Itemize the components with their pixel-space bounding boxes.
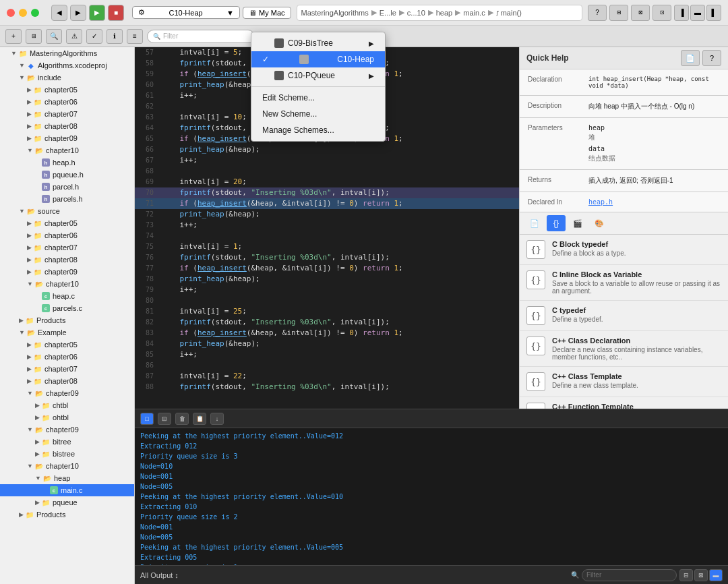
sidebar-item-pqueueh[interactable]: ▶ h pqueue.h [0,169,134,181]
snippet-ctypedef[interactable]: {} C typedef Define a typedef. [520,301,728,331]
bc-folder1[interactable]: E...le [380,9,396,17]
sidebar-item-ch10-2[interactable]: ▼ 📂 chapter10 [0,278,134,290]
panel-left-button[interactable]: ▐ [674,5,689,21]
parameters-row: Parameters heap 堆 data 结点数据 [520,122,728,165]
bc-folder3[interactable]: heap [436,9,452,17]
target-selector[interactable]: 🖥 My Mac [243,7,291,19]
sidebar-item-ch08-3[interactable]: ▶ 📁 chapter08 [0,375,134,387]
snippet-cpp-class-decl[interactable]: {} C++ Class Declaration Declare a new c… [520,331,728,367]
dd-item-c10heap[interactable]: ✓ C10-Heap [251,51,385,67]
run-button[interactable]: ▶ [89,5,105,21]
stop-button[interactable]: ■ [108,5,124,21]
term-active-btn[interactable]: ▬ [709,569,723,581]
sidebar-item-ch06-1[interactable]: ▶ 📁 chapter06 [0,96,134,108]
sidebar-item-ch10-1[interactable]: ▼ 📂 chapter10 [0,144,134,156]
sidebar-item-ch08-1[interactable]: ▶ 📁 chapter08 [0,120,134,132]
sidebar-item-parcelsh[interactable]: ▶ h parcels.h [0,193,134,205]
snippet-tab-media[interactable]: 🎬 [568,215,587,231]
sidebar-item-chtbl[interactable]: ▶ 📁 chtbl [0,399,134,411]
term-jump-button[interactable]: ↓ [210,413,224,425]
bc-project[interactable]: MasteringAlgorithms [301,9,369,17]
term-multi-btn[interactable]: ⊠ [694,569,708,581]
sidebar-item-bistree1[interactable]: ▶ 📁 bitree [0,436,134,448]
dd-new-scheme[interactable]: New Scheme... [251,106,385,122]
sidebar-item-ohtbl[interactable]: ▶ 📁 ohtbl [0,411,134,424]
panel-right-button[interactable]: ▌ [706,5,721,21]
check-button[interactable]: ✓ [86,29,102,44]
dd-item-c10pqueue[interactable]: C10-PQueue ▶ [251,67,385,84]
sidebar-item-parcelsc[interactable]: ▶ c parcels.c [0,302,134,314]
dd-item-c09[interactable]: C09-BisTree ▶ [251,35,385,51]
scheme-selector[interactable]: ⚙ C10-Heap ▼ [132,6,240,19]
sidebar-item-parcelh[interactable]: ▶ h parcel.h [0,181,134,193]
sidebar-item-ch07-2[interactable]: ▶ 📁 chapter07 [0,241,134,254]
sidebar-item-heap-folder[interactable]: ▼ 📂 heap [0,472,134,484]
bc-file[interactable]: main.c [463,9,485,17]
sidebar-item-ch08-2[interactable]: ▶ 📁 chapter08 [0,254,134,266]
sidebar-item-masteringalgorithms[interactable]: ▼ 📁 MasteringAlgorithms [0,47,134,59]
sidebar-item-ch05-3[interactable]: ▶ 📁 chapter05 [0,339,134,351]
search-button[interactable]: 🔍 [46,29,62,44]
maximize-button[interactable] [31,9,39,17]
grid-button[interactable]: ⊞ [26,29,42,44]
snippet-tab-color[interactable]: 🎨 [590,215,609,231]
sidebar-label: chapter10 [46,462,79,470]
bc-folder2[interactable]: c...10 [407,9,425,17]
sidebar-item-ch09-1[interactable]: ▶ 📁 chapter09 [0,132,134,144]
warning-button[interactable]: ⚠ [66,29,82,44]
layout-btn3[interactable]: ⊡ [653,5,671,21]
term-clear-button[interactable]: □ [140,413,154,425]
snippet-tab-code[interactable]: {} [547,215,566,231]
sidebar-item-xcodeproj[interactable]: ▼ ◆ Algorithms.xcodeproj [0,59,134,71]
snippet-tab-doc[interactable]: 📄 [525,215,544,231]
dd-edit-scheme[interactable]: Edit Scheme... [251,90,385,106]
sidebar-item-ch10-3[interactable]: ▼ 📂 chapter10 [0,460,134,472]
close-button[interactable] [7,9,15,17]
sidebar-item-ch06-2[interactable]: ▶ 📁 chapter06 [0,229,134,241]
sidebar-item-bistree2[interactable]: ▶ 📁 bistree [0,448,134,460]
sidebar-filter-box[interactable]: 🔍 Filter [147,30,255,43]
term-trash-button[interactable]: 🗑 [175,413,189,425]
sidebar-item-pqueue[interactable]: ▶ 📁 pqueue [0,496,134,508]
term-layout-button[interactable]: ⊟ [158,413,171,425]
dd-manage-schemes[interactable]: Manage Schemes... [251,122,385,138]
declared-value[interactable]: heap.h [588,198,613,206]
snippet-cpp-class-template[interactable]: {} C++ Class Template Define a new class… [520,367,728,397]
sidebar-item-heapc[interactable]: ▶ c heap.c [0,290,134,302]
sort-button[interactable]: ≡ [127,29,143,44]
info-button[interactable]: ℹ [107,29,123,44]
term-layout2-btn[interactable]: ⊟ [679,569,693,581]
sidebar-item-ch06-3[interactable]: ▶ 📁 chapter06 [0,351,134,363]
layout-btn2[interactable]: ⊠ [631,5,650,21]
sidebar-item-source[interactable]: ▼ 📂 source [0,205,134,217]
sidebar-item-example[interactable]: ▼ 📂 Example [0,326,134,339]
add-button[interactable]: + [5,29,22,44]
minimize-button[interactable] [19,9,27,17]
snippet-cblock-typedef[interactable]: {} C Block typedef Define a block as a t… [520,235,728,265]
rp-help-button[interactable]: ? [702,50,721,66]
sidebar-item-heaph[interactable]: ▶ h heap.h [0,156,134,169]
panel-bottom-button[interactable]: ▬ [690,5,705,21]
sidebar-item-products2[interactable]: ▶ 📁 Products [0,508,134,521]
sidebar-item-ch09-2[interactable]: ▶ 📁 chapter09 [0,266,134,278]
snippet-cpp-fn-template[interactable]: {} C++ Function Template Define a new fu… [520,397,728,409]
sidebar-item-ch09-4[interactable]: ▼ 📂 chapter09 [0,424,134,436]
code-line: 68 [135,166,519,177]
sidebar-item-ch05-1[interactable]: ▶ 📁 chapter05 [0,84,134,96]
sidebar-item-ch07-1[interactable]: ▶ 📁 chapter07 [0,108,134,120]
rp-doc-button[interactable]: 📄 [681,50,700,66]
snippet-cinline-block[interactable]: {} C Inline Block as Variable Save a blo… [520,265,728,301]
sidebar-item-include[interactable]: ▼ 📂 include [0,71,134,84]
sidebar-item-ch09-3[interactable]: ▼ 📂 chapter09 [0,387,134,399]
help-button[interactable]: ? [588,5,607,21]
terminal-filter-input[interactable] [582,569,677,581]
nav-back-button[interactable]: ◀ [51,5,67,21]
sidebar-item-ch07-3[interactable]: ▶ 📁 chapter07 [0,363,134,375]
sidebar-item-ch05-2[interactable]: ▶ 📁 chapter05 [0,217,134,229]
nav-forward-button[interactable]: ▶ [70,5,86,21]
sidebar-item-products1[interactable]: ▶ 📁 Products [0,314,134,326]
term-copy-button[interactable]: 📋 [193,413,206,425]
bc-function[interactable]: ƒmain() [496,9,522,17]
sidebar-item-mainc[interactable]: ▶ c main.c [0,484,134,496]
layout-btn1[interactable]: ⊟ [609,5,628,21]
